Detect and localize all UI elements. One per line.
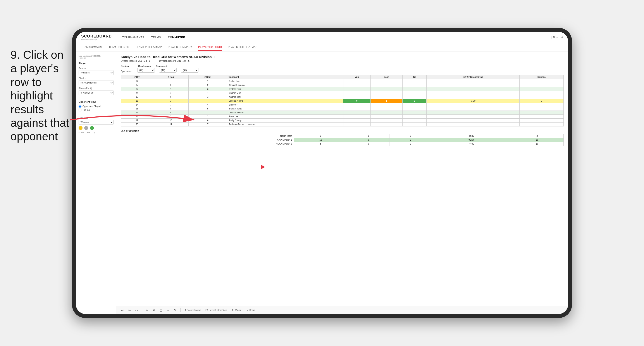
table-row[interactable]: 20 11 7 Federica Domecq Lacroze (121, 123, 564, 127)
colour-section: Colour by Win/loss Down Level Up (78, 117, 114, 133)
h2h-table: # Div # Reg # Conf Opponent Win Loss Tie… (121, 75, 564, 127)
dot-down (78, 126, 82, 130)
player-rank-select[interactable]: 8. Katelyn Vo (78, 90, 114, 95)
table-row[interactable]: 15 8 5 Stella Cheng (121, 107, 564, 111)
sub-nav: TEAM SUMMARY TEAM H2H GRID TEAM H2H HEAT… (76, 43, 568, 51)
region-filter-group: Region (121, 65, 134, 67)
player-section-title: Player (78, 62, 114, 65)
conference-header: Conference (138, 65, 152, 67)
col-win: Win (343, 75, 371, 79)
table-row[interactable]: 19 10 6 Emily Chang (121, 119, 564, 123)
tab-team-h2h-heatmap[interactable]: TEAM H2H HEATMAP (135, 44, 162, 51)
division-select[interactable]: NCAA Division III (78, 80, 114, 85)
tablet-frame: SCOREBOARD Powered by clippd TOURNAMENTS… (72, 28, 572, 318)
paste-button[interactable]: ◻ (158, 308, 164, 313)
main-content: Last Updated: 27/03/2024 16:55:28 Player… (76, 51, 568, 314)
dot-labels: Down Level Up (78, 131, 114, 133)
nav-tournaments[interactable]: TOURNAMENTS (122, 35, 144, 40)
nav-committee[interactable]: COMMITTEE (168, 35, 185, 40)
view-original-button[interactable]: 👁 View: Original (183, 308, 202, 312)
step-number: 9. (10, 48, 20, 61)
dot-level (84, 126, 88, 130)
share-button[interactable]: ↗ Share (246, 308, 257, 312)
refresh-button[interactable]: ⟳ (172, 308, 178, 313)
division-record: Division Record: 331 - 34 - 6 (159, 59, 190, 62)
share-icon: ↗ (247, 309, 249, 311)
out-of-division-table: Foreign Team 1 0 0 4.500 2 NAIA Division… (121, 134, 564, 146)
conference-select[interactable]: (All) (159, 68, 176, 73)
opponent-header: Opponent (156, 65, 169, 67)
radio-top100[interactable]: Top 100 (78, 109, 114, 111)
opponent-filter-group: Opponent (156, 65, 169, 67)
conference-filter-group: Conference (138, 65, 152, 67)
table-row[interactable]: 14 7 4 Eunice Yi (121, 103, 564, 107)
col-div: # Div (121, 75, 153, 79)
tab-team-summary[interactable]: TEAM SUMMARY (81, 44, 102, 51)
panel-divider-1 (78, 98, 114, 98)
logo-area: SCOREBOARD Powered by clippd (81, 34, 112, 41)
table-row[interactable]: 16 9 1 Jessica Mason (121, 111, 564, 115)
sign-out-button[interactable]: | Sign out (551, 36, 563, 39)
logo-sub: Powered by clippd (81, 39, 112, 41)
opponent-select[interactable]: (All) (181, 68, 198, 73)
watch-label: Watch ▾ (235, 309, 242, 311)
filter-row-selects: Opponents: (All) (All) (All) (121, 68, 564, 73)
tab-player-h2h-heatmap[interactable]: PLAYER H2H HEATMAP (228, 44, 257, 51)
player-rank-label: Player (Rank) (78, 87, 114, 90)
gender-label: Gender (78, 67, 114, 70)
col-opponent: Opponent (227, 75, 343, 79)
colour-dots (78, 126, 114, 130)
division-label: Division (78, 77, 114, 80)
out-of-division-title: Out of division (121, 130, 564, 133)
table-row[interactable]: NCAA Division 2 5 0 0 7.400 10 (121, 142, 564, 146)
toolbar-sep-1 (142, 308, 142, 312)
col-rounds: Rounds (520, 75, 564, 79)
gender-select[interactable]: Women's (78, 70, 114, 75)
view-original-label: View: Original (188, 309, 201, 311)
tablet-screen: SCOREBOARD Powered by clippd TOURNAMENTS… (76, 32, 568, 314)
table-row[interactable]: 9 1 4 Sharon Mun (121, 91, 564, 95)
reset-button[interactable]: ⤼ (134, 308, 139, 313)
logo-text: SCOREBOARD (81, 34, 112, 39)
copy-button[interactable]: ⧉ (152, 308, 157, 313)
grid-title: Katelyn Vo Head-to-Head Grid for Women's… (121, 55, 564, 59)
records-row: Overall Record: 353 - 34 - 6 Division Re… (121, 59, 564, 62)
overall-record: Overall Record: 353 - 34 - 6 (121, 59, 150, 62)
table-row[interactable]: Foreign Team 1 0 0 4.500 2 (121, 134, 564, 138)
toolbar-sep-2 (180, 308, 180, 312)
save-custom-button[interactable]: 💾 Save Custom View (204, 308, 228, 312)
cursor-arrow (261, 165, 265, 169)
colour-by-select[interactable]: Win/loss (78, 120, 114, 125)
col-conf: # Conf (188, 75, 227, 79)
region-header: Region (121, 65, 134, 67)
table-row[interactable]: 18 2 2 Euna Lee (121, 115, 564, 119)
table-row-highlighted[interactable]: 13 1 Jessica Huang 0 1 0 -3.00 2 (121, 99, 564, 103)
nav-teams[interactable]: TEAMS (151, 35, 161, 40)
table-header-row: # Div # Reg # Conf Opponent Win Loss Tie… (121, 75, 564, 79)
instruction-body: Click on a player's row to highlight res… (10, 48, 69, 143)
region-select[interactable]: (All) (137, 68, 155, 73)
nav-bar: SCOREBOARD Powered by clippd TOURNAMENTS… (76, 32, 568, 43)
cut-button[interactable]: ✂ (144, 308, 150, 313)
timestamp-time: 16:55:28 (78, 57, 114, 59)
table-row[interactable]: NAIA Division 1 15 0 0 9.267 30 (121, 138, 564, 142)
table-row[interactable]: 10 6 3 Andrea York (121, 95, 564, 99)
instruction-text: 9. Click on a player's row to highlight … (10, 48, 72, 143)
tab-team-h2h-grid[interactable]: TEAM H2H GRID (109, 44, 129, 51)
tab-player-summary[interactable]: PLAYER SUMMARY (168, 44, 192, 51)
bottom-toolbar: ↩ ↪ ⤼ ✂ ⧉ ◻ + ⟳ 👁 View: Original 💾 (116, 306, 568, 314)
tab-player-h2h-grid[interactable]: PLAYER H2H GRID (198, 44, 222, 51)
undo-button[interactable]: ↩ (120, 308, 125, 313)
table-row[interactable]: 5 2 2 Alexis Sudjianto (121, 83, 564, 87)
timestamp-label: Last Updated: 27/03/2024 (78, 55, 114, 57)
watch-icon: 👁 (232, 309, 234, 311)
add-button[interactable]: + (166, 308, 171, 313)
table-row[interactable]: 3 1 Esther Lee (121, 79, 564, 83)
watch-button[interactable]: 👁 Watch ▾ (230, 308, 244, 312)
panel-divider-2 (78, 114, 114, 114)
table-row[interactable]: 6 1 3 Sydney Kuo (121, 87, 564, 91)
radio-opponents-played[interactable]: Opponents Played (78, 105, 114, 108)
redo-button[interactable]: ↪ (127, 308, 132, 313)
col-reg: # Reg (153, 75, 188, 79)
view-icon: 👁 (184, 309, 187, 311)
